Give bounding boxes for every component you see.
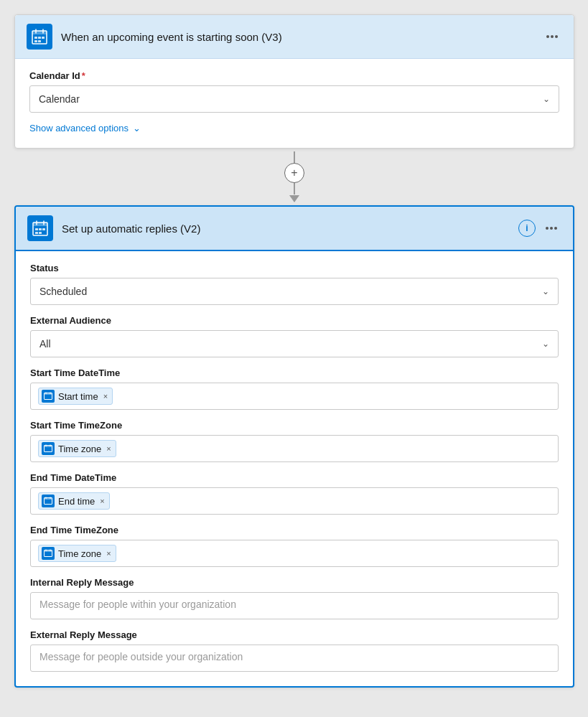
trigger-card-header: When an upcoming event is starting soon … — [15, 15, 574, 59]
start-time-datetime-token: Start time × — [38, 388, 113, 405]
start-time-timezone-remove-button[interactable]: × — [106, 444, 111, 453]
connector-line-top — [294, 151, 295, 163]
svg-rect-27 — [45, 498, 52, 500]
svg-rect-15 — [42, 228, 45, 230]
trigger-card-body: Calendar Id* Calendar ⌄ Show advanced op… — [15, 59, 574, 148]
action-info-button[interactable]: i — [518, 220, 536, 237]
end-time-timezone-field[interactable]: Time zone × — [30, 540, 559, 567]
dot2 — [551, 35, 554, 38]
calendar-id-label: Calendar Id* — [29, 70, 559, 81]
end-time-datetime-token-icon — [42, 495, 55, 507]
svg-rect-14 — [39, 228, 42, 230]
status-value: Scheduled — [39, 286, 87, 297]
action-card-body: Status Scheduled ⌄ External Audience All… — [16, 251, 573, 686]
dot6 — [554, 227, 557, 230]
end-time-timezone-token-icon — [42, 547, 55, 560]
start-time-timezone-token: Time zone × — [38, 440, 116, 457]
svg-rect-5 — [38, 37, 41, 39]
calendar-id-select[interactable]: Calendar ⌄ — [29, 85, 559, 113]
advanced-options-link[interactable]: Show advanced options ⌄ — [29, 123, 559, 133]
external-audience-value: All — [39, 338, 51, 350]
svg-rect-10 — [33, 222, 47, 226]
dot1 — [546, 35, 549, 38]
status-select[interactable]: Scheduled ⌄ — [30, 278, 559, 305]
end-time-datetime-label: End Time DateTime — [30, 472, 559, 483]
end-time-datetime-field[interactable]: End time × — [30, 487, 559, 515]
calendar-chevron-icon: ⌄ — [543, 94, 550, 104]
advanced-options-chevron-icon: ⌄ — [133, 123, 141, 133]
flow-container: When an upcoming event is starting soon … — [14, 14, 574, 688]
action-card-menu[interactable] — [541, 224, 561, 233]
connector: + — [284, 151, 304, 202]
svg-rect-31 — [45, 550, 52, 553]
trigger-card-menu[interactable] — [542, 32, 562, 41]
end-time-datetime-token: End time × — [38, 492, 110, 510]
trigger-card-icon — [27, 24, 52, 50]
dot3 — [555, 35, 558, 38]
svg-rect-23 — [45, 446, 52, 448]
start-time-timezone-token-label: Time zone — [58, 444, 101, 454]
dot5 — [550, 227, 553, 230]
status-label: Status — [30, 263, 559, 273]
svg-rect-1 — [32, 31, 47, 34]
start-time-timezone-field[interactable]: Time zone × — [30, 435, 559, 462]
connector-line-bottom — [294, 183, 295, 195]
external-audience-label: External Audience — [30, 315, 559, 326]
svg-rect-8 — [38, 40, 41, 42]
action-card-title: Set up automatic replies (V2) — [62, 222, 518, 235]
status-chevron-icon: ⌄ — [542, 286, 549, 296]
start-time-timezone-label: Start Time TimeZone — [30, 420, 559, 431]
end-time-timezone-token: Time zone × — [38, 545, 116, 562]
connector-arrow-icon — [289, 195, 299, 202]
start-time-datetime-remove-button[interactable]: × — [103, 392, 108, 400]
end-time-datetime-token-label: End time — [58, 496, 95, 507]
external-reply-label: External Reply Message — [30, 629, 559, 640]
external-audience-chevron-icon: ⌄ — [542, 339, 549, 349]
start-time-timezone-token-icon — [42, 442, 55, 455]
start-time-datetime-token-label: Start time — [58, 391, 98, 402]
svg-rect-6 — [42, 37, 45, 39]
end-time-datetime-remove-button[interactable]: × — [100, 497, 104, 505]
external-reply-placeholder: Message for people outside your organiza… — [39, 651, 243, 662]
action-card: Set up automatic replies (V2) i Status S… — [14, 205, 574, 688]
external-reply-input[interactable]: Message for people outside your organiza… — [30, 645, 559, 672]
trigger-card: When an upcoming event is starting soon … — [14, 14, 574, 149]
add-step-button[interactable]: + — [284, 163, 304, 183]
svg-rect-17 — [39, 232, 42, 234]
start-time-datetime-label: Start Time DateTime — [30, 367, 559, 378]
internal-reply-label: Internal Reply Message — [30, 577, 559, 588]
end-time-timezone-label: End Time TimeZone — [30, 525, 559, 535]
start-time-datetime-field[interactable]: Start time × — [30, 383, 559, 410]
trigger-card-title: When an upcoming event is starting soon … — [61, 31, 542, 43]
svg-rect-19 — [45, 393, 52, 395]
svg-rect-7 — [34, 40, 37, 42]
calendar-id-value: Calendar — [39, 93, 80, 105]
svg-rect-16 — [35, 232, 38, 234]
required-star: * — [82, 70, 85, 81]
action-card-icon — [27, 215, 53, 241]
end-time-timezone-token-label: Time zone — [58, 548, 101, 559]
external-audience-select[interactable]: All ⌄ — [30, 330, 559, 357]
svg-rect-4 — [34, 37, 37, 39]
internal-reply-placeholder: Message for people within your organizat… — [39, 599, 236, 610]
internal-reply-input[interactable]: Message for people within your organizat… — [30, 592, 559, 619]
start-time-datetime-token-icon — [42, 390, 55, 403]
dot4 — [546, 227, 549, 230]
end-time-timezone-remove-button[interactable]: × — [106, 549, 111, 558]
action-card-header: Set up automatic replies (V2) i — [16, 207, 573, 251]
svg-rect-13 — [35, 228, 38, 230]
